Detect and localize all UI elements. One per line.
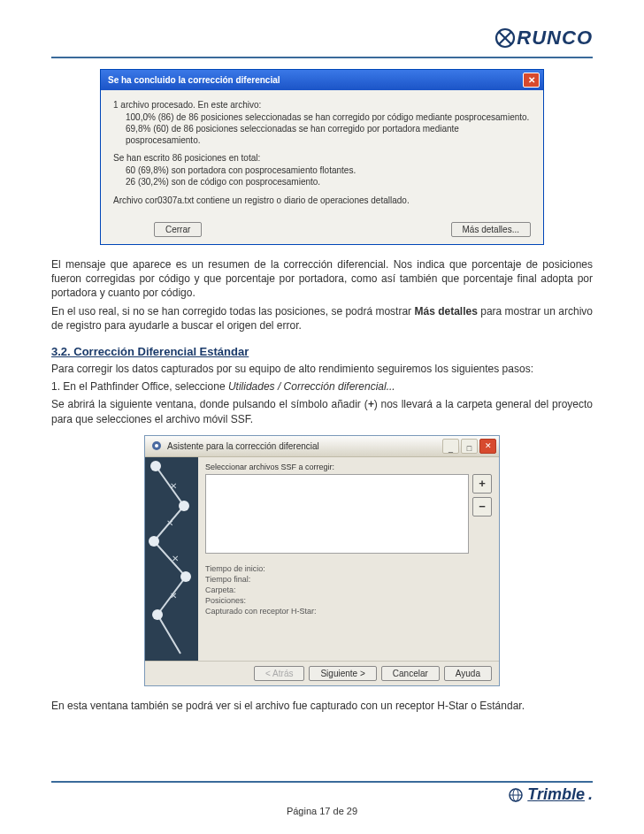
para1b-pre: En el uso real, si no se han corregido t… bbox=[51, 305, 414, 318]
footer-rule bbox=[51, 781, 593, 783]
dialog2-figure: Asistente para la corrección diferencial… bbox=[51, 435, 593, 686]
para3-pre: Se abrirá la siguiente ventana, donde pu… bbox=[51, 398, 368, 410]
svg-point-10 bbox=[152, 609, 163, 620]
dlg1-more-button[interactable]: Más detalles... bbox=[451, 222, 531, 237]
svg-point-8 bbox=[149, 536, 159, 547]
dialog1-figure: Se ha concluido la corrección diferencia… bbox=[51, 69, 593, 245]
svg-text:✕: ✕ bbox=[166, 518, 173, 528]
dlg1-line3: Archivo cor0307a.txt contiene un registr… bbox=[113, 195, 531, 207]
runco-logo-text: RUNCO bbox=[517, 27, 593, 50]
svg-text:✕: ✕ bbox=[172, 554, 179, 563]
dialog2-titlebar: Asistente para la corrección diferencial… bbox=[145, 436, 499, 457]
svg-point-9 bbox=[180, 571, 191, 582]
dialog1-body: 1 archivo procesado. En este archivo: 10… bbox=[101, 90, 543, 218]
page-header: RUNCO bbox=[51, 27, 593, 50]
paragraph-2: Para corregir los datos capturados por s… bbox=[51, 362, 593, 376]
dialog2-title-text: Asistente para la corrección diferencial bbox=[167, 441, 319, 451]
next-button[interactable]: Siguiente > bbox=[309, 666, 376, 681]
page-pre: Página bbox=[287, 806, 319, 816]
info-end: Tiempo final: bbox=[205, 575, 492, 584]
para3-plus: + bbox=[368, 398, 374, 410]
dialog2-sidebar-graphic: ✕ ✕ ✕ ✕ bbox=[145, 457, 198, 661]
page-footer: Trimble. Página 17 de 29 bbox=[51, 774, 593, 816]
add-file-button[interactable]: + bbox=[472, 474, 492, 494]
minimize-icon[interactable]: _ bbox=[442, 439, 459, 454]
dlg1-line1a: 100,0% (86) de 86 posiciones seleccionad… bbox=[126, 112, 531, 124]
svg-point-7 bbox=[179, 501, 189, 511]
svg-point-4 bbox=[155, 444, 158, 448]
paragraph-3: Se abrirá la siguiente ventana, donde pu… bbox=[51, 397, 593, 425]
dialog2-body: ✕ ✕ ✕ ✕ Seleccionar archivos SSF a corre… bbox=[145, 457, 499, 661]
file-info-grid: Tiempo de inicio: Tiempo final: Carpeta:… bbox=[205, 562, 492, 617]
info-start: Tiempo de inicio: bbox=[205, 564, 492, 573]
trimble-dot: . bbox=[588, 785, 593, 804]
section-heading: 3.2. Corrección Diferencial Estándar bbox=[51, 345, 593, 358]
dialog1-titlebar: Se ha concluido la corrección diferencia… bbox=[101, 70, 543, 90]
trimble-globe-icon bbox=[508, 787, 524, 803]
svg-text:✕: ✕ bbox=[170, 591, 177, 601]
dlg1-line1b: 69,8% (60) de 86 posiciones seleccionada… bbox=[126, 124, 531, 146]
dlg1-line2: Se han escrito 86 posiciones en total: bbox=[113, 153, 531, 165]
remove-file-button[interactable]: − bbox=[472, 497, 492, 516]
info-pos: Posiciones: bbox=[205, 596, 492, 605]
step-1: 1. En el Pathfinder Office, seleccione U… bbox=[51, 379, 593, 394]
dialog1-window: Se ha concluido la corrección diferencia… bbox=[100, 69, 544, 245]
paragraph-1b: En el uso real, si no se han corregido t… bbox=[51, 304, 593, 333]
dlg1-close-button[interactable]: Cerrar bbox=[154, 222, 202, 237]
page-total: 29 bbox=[347, 806, 357, 816]
svg-text:✕: ✕ bbox=[170, 481, 177, 491]
select-files-label: Seleccionar archivos SSF a corregir: bbox=[205, 463, 492, 471]
close-icon[interactable]: ✕ bbox=[479, 439, 496, 454]
paragraph-1a: El mensaje que aparece es un resumen de … bbox=[51, 257, 593, 301]
page-current: 17 bbox=[319, 806, 330, 816]
header-rule bbox=[51, 57, 593, 58]
info-folder: Carpeta: bbox=[205, 585, 492, 594]
runco-logo: RUNCO bbox=[494, 27, 593, 50]
step1-pre: 1. En el Pathfinder Office, seleccione bbox=[51, 380, 228, 393]
back-button[interactable]: < Atrás bbox=[254, 666, 304, 681]
dialog1-buttons: Cerrar Más detalles... bbox=[101, 218, 543, 244]
page-number: Página 17 de 29 bbox=[51, 806, 593, 816]
dialog2-window: Asistente para la corrección diferencial… bbox=[144, 435, 500, 686]
maximize-icon[interactable]: □ bbox=[461, 439, 478, 454]
svg-point-6 bbox=[150, 461, 161, 471]
dialog2-main: Seleccionar archivos SSF a corregir: + −… bbox=[198, 457, 499, 661]
paragraph-4: En esta ventana también se podrá ver si … bbox=[51, 699, 593, 713]
help-button[interactable]: Ayuda bbox=[444, 666, 492, 681]
dialog2-window-controls: _ □ ✕ bbox=[442, 439, 496, 454]
wizard-icon bbox=[150, 440, 163, 452]
dlg1-line2b: 26 (30,2%) son de código con posprocesam… bbox=[126, 177, 531, 188]
dlg1-line2a: 60 (69,8%) son portadora con posprocesam… bbox=[126, 165, 531, 177]
file-list-box[interactable] bbox=[205, 474, 469, 554]
para1b-bold: Más detalles bbox=[414, 305, 477, 318]
close-icon[interactable]: ✕ bbox=[523, 73, 540, 88]
document-page: RUNCO Se ha concluido la corrección dife… bbox=[0, 0, 644, 834]
cancel-button[interactable]: Cancelar bbox=[381, 666, 440, 681]
page-mid: de bbox=[330, 806, 346, 816]
runco-logo-icon bbox=[494, 27, 517, 50]
info-hstar: Capturado con receptor H-Star: bbox=[205, 607, 492, 616]
dialog1-title-text: Se ha concluido la corrección diferencia… bbox=[108, 75, 280, 85]
step1-italic: Utilidades / Corrección diferencial... bbox=[228, 380, 395, 393]
dlg1-line1: 1 archivo procesado. En este archivo: bbox=[113, 100, 531, 111]
dialog2-footer: < Atrás Siguiente > Cancelar Ayuda bbox=[145, 661, 499, 685]
trimble-logo-text: Trimble bbox=[527, 785, 585, 804]
